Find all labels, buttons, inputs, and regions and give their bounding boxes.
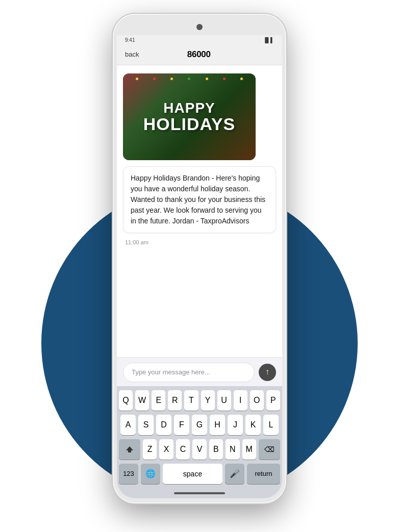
delete-key[interactable]: ⌫ — [259, 439, 280, 460]
input-row: Type your message here... ↑ — [123, 363, 276, 382]
key-i[interactable]: I — [234, 390, 247, 411]
key-h[interactable]: H — [210, 415, 225, 435]
status-battery: ▐▌▌ — [263, 37, 274, 43]
num-label: 123 — [123, 470, 134, 477]
mic-icon: 🎤 — [230, 469, 240, 478]
camera-notch — [196, 24, 203, 30]
input-area: Type your message here... ↑ — [117, 357, 282, 386]
home-indicator — [117, 488, 282, 498]
message-body: Happy Holidays Brandon - Here's hoping y… — [131, 174, 265, 225]
message-header: back 86000 — [117, 45, 282, 65]
holiday-holidays-text: HOLIDAYS — [143, 115, 236, 133]
key-q[interactable]: Q — [119, 390, 133, 411]
key-t[interactable]: T — [184, 390, 198, 411]
globe-icon: 🌐 — [145, 469, 156, 478]
phone-wrapper: 9:41 ▐▌▌ back 86000 — [113, 14, 286, 503]
key-x[interactable]: X — [159, 439, 173, 460]
key-v[interactable]: V — [192, 439, 206, 460]
keyboard-row-1: Q W E R T Y U I O P — [119, 390, 280, 411]
header-title: 86000 — [139, 49, 259, 60]
key-u[interactable]: U — [217, 390, 231, 411]
key-p[interactable]: P — [266, 390, 280, 411]
svg-marker-0 — [126, 446, 133, 452]
message-input[interactable]: Type your message here... — [123, 363, 255, 382]
notch-bar — [117, 19, 282, 35]
keyboard-row-2: A S D F G H J K L — [119, 415, 280, 435]
space-key[interactable]: space — [163, 464, 222, 484]
scene: 9:41 ▐▌▌ back 86000 — [0, 0, 399, 532]
key-r[interactable]: R — [168, 390, 182, 411]
mic-key[interactable]: 🎤 — [225, 464, 244, 484]
key-z[interactable]: Z — [143, 439, 157, 460]
key-j[interactable]: J — [228, 415, 243, 435]
key-m[interactable]: M — [242, 439, 256, 460]
key-o[interactable]: O — [250, 390, 264, 411]
input-placeholder: Type your message here... — [132, 368, 210, 376]
return-label: return — [255, 470, 272, 477]
delete-icon: ⌫ — [264, 445, 275, 453]
key-f[interactable]: F — [174, 415, 189, 435]
holiday-happy-text: HAPPY — [143, 101, 236, 115]
message-timestamp: 11:00 am — [123, 239, 276, 245]
key-n[interactable]: N — [226, 439, 239, 460]
key-e[interactable]: E — [152, 390, 165, 411]
key-w[interactable]: W — [135, 390, 149, 411]
send-icon: ↑ — [265, 367, 269, 376]
key-k[interactable]: K — [245, 415, 261, 435]
send-button[interactable]: ↑ — [259, 364, 276, 381]
holiday-text: HAPPY HOLIDAYS — [143, 101, 236, 133]
key-b[interactable]: B — [209, 439, 223, 460]
status-time: 9:41 — [125, 37, 135, 43]
holiday-image: HAPPY HOLIDAYS — [123, 73, 256, 160]
key-g[interactable]: G — [192, 415, 207, 435]
key-l[interactable]: L — [263, 415, 279, 435]
keyboard-bottom-row: 123 🌐 space 🎤 return — [119, 464, 280, 484]
home-bar — [174, 492, 225, 494]
status-bar: 9:41 ▐▌▌ — [117, 35, 282, 45]
phone-frame: 9:41 ▐▌▌ back 86000 — [113, 14, 286, 503]
key-a[interactable]: A — [120, 415, 136, 435]
key-d[interactable]: D — [156, 415, 171, 435]
keyboard: Q W E R T Y U I O P A S — [117, 386, 282, 488]
keyboard-row-3: Z X C V B N M ⌫ — [119, 439, 280, 460]
key-c[interactable]: C — [176, 439, 190, 460]
return-key[interactable]: return — [247, 464, 280, 484]
key-s[interactable]: S — [138, 415, 154, 435]
num-key[interactable]: 123 — [119, 464, 138, 484]
message-area: HAPPY HOLIDAYS Happy Holidays Brandon - … — [117, 65, 282, 357]
shift-key[interactable] — [119, 439, 140, 460]
globe-key[interactable]: 🌐 — [141, 464, 160, 484]
message-bubble: Happy Holidays Brandon - Here's hoping y… — [123, 166, 276, 233]
holiday-image-overlay: HAPPY HOLIDAYS — [123, 73, 256, 160]
back-button[interactable]: back — [125, 50, 139, 58]
phone-screen: 9:41 ▐▌▌ back 86000 — [117, 19, 282, 498]
key-y[interactable]: Y — [201, 390, 215, 411]
space-label: space — [183, 470, 202, 478]
shift-icon — [126, 445, 134, 453]
